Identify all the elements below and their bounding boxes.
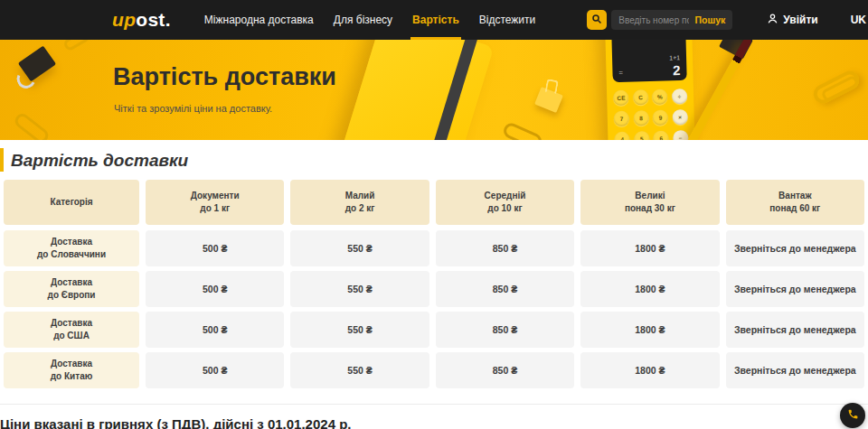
notebook-band [423, 40, 477, 140]
call-button[interactable] [840, 403, 865, 428]
header-cargo: Вантажпонад 60 кг [726, 180, 864, 225]
price-cell: 850 ₴ [436, 352, 574, 388]
nav-item-international[interactable]: Міжнародна доставка [194, 0, 324, 40]
header-medium: Середнійдо 10 кг [436, 180, 574, 225]
calc-button: × [672, 109, 687, 125]
language-selector[interactable]: UK [851, 14, 868, 26]
calc-button: ÷ [672, 89, 687, 104]
price-cell: 1800 ₴ [580, 352, 719, 388]
title-accent-bar [0, 148, 4, 172]
price-cell: 500 ₴ [146, 312, 284, 348]
table-row-slovakia: Доставкадо Словаччини 500 ₴ 550 ₴ 850 ₴ … [4, 230, 864, 266]
page-title: Вартість доставки [11, 151, 868, 171]
calc-button: 7 [614, 111, 629, 126]
notebook-decoration [342, 40, 495, 140]
nav-item-business[interactable]: Для бізнесу [324, 0, 402, 40]
paperclip-decoration [810, 68, 863, 107]
price-cell: 1800 ₴ [580, 230, 719, 266]
language-code: UK [851, 14, 866, 26]
calc-button: 4 [614, 132, 629, 140]
row-category: Доставкадо Словаччини [4, 230, 139, 266]
calculator-expression: 1+1 [669, 54, 680, 61]
user-icon [767, 13, 778, 27]
calc-button: − [673, 130, 688, 140]
calculator-result: 2 [673, 62, 681, 78]
price-cell: 550 ₴ [290, 352, 429, 388]
price-cell: 550 ₴ [290, 230, 429, 266]
table-row-china: Доставкадо Китаю 500 ₴ 550 ₴ 850 ₴ 1800 … [4, 352, 864, 388]
calc-button: 5 [634, 131, 649, 140]
login-label: Увійти [783, 14, 817, 26]
price-cell: Зверніться до менеджера [726, 352, 864, 388]
table-row-europe: Доставкадо Європи 500 ₴ 550 ₴ 850 ₴ 1800… [4, 271, 864, 307]
calculator-screen: 1+1 = 2 [610, 40, 686, 82]
header-documents: Документидо 1 кг [146, 180, 284, 225]
price-cell: 550 ₴ [290, 271, 429, 307]
price-cell: 550 ₴ [290, 312, 429, 348]
calculator-keypad: CE C % ÷ 7 8 9 × 4 5 6 − 1 2 3 + % 0 . = [613, 89, 690, 140]
search-icon [591, 12, 602, 28]
logo-accent: up [112, 9, 136, 30]
price-cell: 850 ₴ [436, 312, 574, 348]
hero-title: Вартість доставки [113, 63, 336, 91]
row-category: Доставкадо Європи [4, 271, 139, 307]
table-row-usa: Доставкадо США 500 ₴ 550 ₴ 850 ₴ 1800 ₴ … [4, 312, 864, 348]
table-header-row: Категорія Документидо 1 кг Малийдо 2 кг … [4, 180, 864, 225]
binder-clip-decoration [18, 46, 56, 82]
tracking-search: Пошук [587, 10, 732, 30]
login-button[interactable]: Увійти [767, 13, 817, 27]
search-icon-button[interactable] [587, 10, 607, 30]
hero-subtitle: Чіткі та зрозумілі ціни на доставку. [114, 103, 272, 114]
price-cell: 500 ₴ [146, 271, 284, 307]
price-disclaimer: Ціни вказані в гривнях (з ПДВ), дійсні з… [0, 416, 868, 429]
footer: Ціни вказані в гривнях (з ПДВ), дійсні з… [0, 404, 868, 429]
row-category: Доставкадо США [4, 312, 139, 348]
price-cell: 500 ₴ [146, 230, 284, 266]
search-box: Пошук [611, 10, 732, 30]
parcel-number-input[interactable] [618, 15, 689, 25]
main-menu: Міжнародна доставка Для бізнесу Вартість… [194, 0, 545, 40]
paperclip-decoration [13, 111, 52, 140]
row-category: Доставкадо Китаю [4, 352, 139, 388]
yellow-binder-clip-decoration [534, 87, 563, 113]
price-cell: 850 ₴ [436, 271, 574, 307]
logo-rest: ost. [136, 9, 171, 30]
header-large: Великіпонад 30 кг [580, 180, 719, 225]
paperclip-decoration [62, 40, 91, 52]
price-cell: 1800 ₴ [580, 271, 719, 307]
header-category: Категорія [4, 180, 139, 225]
nav-item-tracking[interactable]: Відстежити [469, 0, 546, 40]
calculator-equals: = [618, 69, 623, 77]
price-cell: 850 ₴ [436, 230, 574, 266]
price-cell: 1800 ₴ [580, 312, 719, 348]
paperclip-decoration [501, 121, 543, 140]
nav-item-pricing[interactable]: Вартість [402, 0, 469, 40]
calc-button: C [633, 89, 648, 105]
price-cell: Зверніться до менеджера [726, 271, 864, 307]
calc-button: CE [613, 90, 628, 106]
hero-banner: 1+1 = 2 CE C % ÷ 7 8 9 × 4 5 6 − 1 2 3 +… [0, 40, 868, 140]
calculator-decoration: 1+1 = 2 CE C % ÷ 7 8 9 × 4 5 6 − 1 2 3 +… [604, 40, 696, 140]
price-cell: Зверніться до менеджера [726, 312, 864, 348]
calc-button: 8 [633, 110, 648, 126]
calc-button: 6 [653, 130, 668, 140]
price-table: Категорія Документидо 1 кг Малийдо 2 кг … [4, 180, 864, 388]
header-small: Малийдо 2 кг [290, 180, 429, 225]
logo[interactable]: upost. [112, 9, 171, 31]
calc-button: % [652, 89, 667, 104]
price-cell: Зверніться до менеджера [726, 230, 864, 266]
search-submit-button[interactable]: Пошук [694, 14, 725, 25]
top-navbar: upost. Міжнародна доставка Для бізнесу В… [0, 0, 868, 40]
phone-icon [847, 407, 859, 424]
calc-button: 9 [653, 109, 668, 125]
price-cell: 500 ₴ [146, 352, 284, 388]
section-header: Вартість доставки [0, 140, 868, 180]
